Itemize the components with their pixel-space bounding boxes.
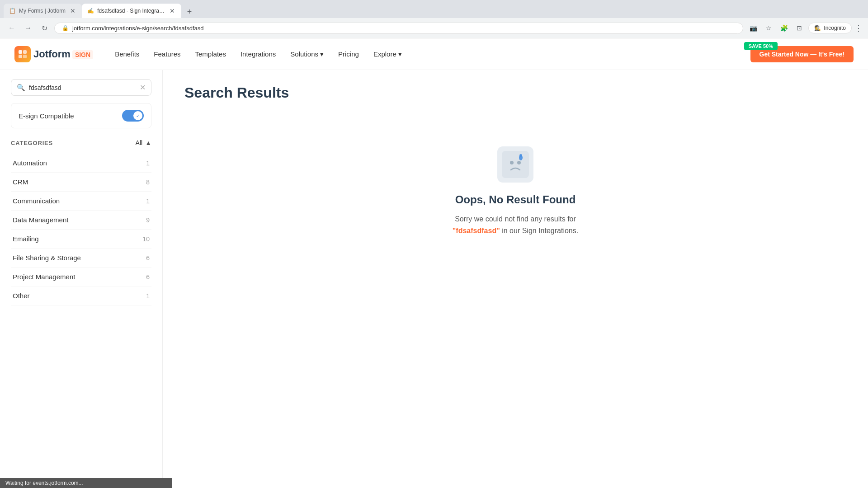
- refresh-button[interactable]: ↻: [38, 22, 51, 34]
- nav-features[interactable]: Features: [154, 50, 180, 58]
- no-results-query: "fdsafsdfasd": [453, 227, 500, 235]
- status-text: Waiting for events.jotform.com...: [5, 480, 83, 486]
- nav-pricing[interactable]: Pricing: [338, 50, 359, 58]
- category-automation[interactable]: Automation 1: [11, 154, 151, 173]
- extensions-icon[interactable]: 🧩: [778, 22, 790, 34]
- svg-rect-3: [23, 55, 27, 58]
- incognito-icon: 🕵️: [814, 25, 821, 31]
- toggle-thumb: ✓: [133, 111, 142, 120]
- main-layout: 🔍 ✕ E-sign Compatible ✓ CATEGORIES All ▲: [0, 70, 868, 488]
- logo-icon: [14, 46, 31, 62]
- no-results-container: Oops, No Result Found Sorry we could not…: [184, 119, 846, 263]
- save-badge: SAVE 50%: [744, 42, 778, 50]
- tab2-favicon: ✍️: [87, 8, 94, 14]
- category-communication[interactable]: Communication 1: [11, 192, 151, 211]
- no-results-icon: [497, 146, 533, 183]
- svg-point-8: [519, 154, 522, 157]
- svg-rect-4: [502, 151, 529, 178]
- no-results-title: Oops, No Result Found: [455, 193, 576, 206]
- tab1-close[interactable]: ✕: [69, 6, 76, 15]
- svg-rect-2: [19, 55, 22, 58]
- category-list: Automation 1 CRM 8 Communication 1 Data …: [11, 154, 151, 305]
- browser-tabs: 📋 My Forms | Jotform ✕ ✍️ fdsafsdfasd - …: [0, 0, 868, 18]
- tab2-title: fdsafsdfasd - Sign Integrations |: [97, 8, 165, 14]
- address-bar[interactable]: 🔒 jotform.com/integrations/e-sign/search…: [54, 23, 743, 34]
- esign-label: E-sign Compatible: [19, 112, 74, 120]
- categories-chevron-icon: ▲: [145, 139, 151, 146]
- category-file-sharing[interactable]: File Sharing & Storage 6: [11, 249, 151, 267]
- categories-all-filter[interactable]: All: [136, 139, 143, 146]
- browser-menu-button[interactable]: ⋮: [854, 23, 863, 33]
- search-box: 🔍 ✕: [11, 79, 151, 96]
- lock-icon: 🔒: [62, 25, 69, 31]
- bookmark-icon[interactable]: ☆: [762, 22, 775, 34]
- browser-chrome: 📋 My Forms | Jotform ✕ ✍️ fdsafsdfasd - …: [0, 0, 868, 38]
- esign-toggle[interactable]: ✓: [122, 110, 144, 122]
- incognito-button[interactable]: 🕵️ Incognito: [808, 23, 852, 33]
- search-input[interactable]: [29, 84, 136, 91]
- svg-rect-1: [23, 50, 27, 54]
- esign-toggle-box: E-sign Compatible ✓: [11, 103, 151, 128]
- category-data-management[interactable]: Data Management 9: [11, 211, 151, 230]
- tab1-title: My Forms | Jotform: [19, 8, 66, 14]
- nav-templates[interactable]: Templates: [195, 50, 226, 58]
- page-title: Search Results: [184, 84, 846, 101]
- search-clear-icon[interactable]: ✕: [140, 83, 146, 92]
- nav-benefits[interactable]: Benefits: [115, 50, 139, 58]
- toggle-check-icon: ✓: [136, 113, 140, 118]
- nav-integrations[interactable]: Integrations: [241, 50, 276, 58]
- url-text: jotform.com/integrations/e-sign/search/f…: [72, 25, 203, 32]
- status-bar: Waiting for events.jotform.com...: [0, 478, 172, 488]
- logo[interactable]: JotformSIGN: [14, 46, 93, 62]
- category-project-management[interactable]: Project Management 6: [11, 267, 151, 286]
- svg-rect-0: [19, 50, 22, 54]
- back-button[interactable]: ←: [5, 22, 18, 34]
- categories-title: CATEGORIES: [11, 140, 53, 146]
- no-results-text: Sorry we could not find any results for …: [453, 213, 578, 236]
- category-emailing[interactable]: Emailing 10: [11, 230, 151, 249]
- toolbar-actions: 📷 ☆ 🧩 ⊡ 🕵️ Incognito ⋮: [747, 22, 863, 34]
- forward-button[interactable]: →: [22, 22, 34, 34]
- page-wrapper: JotformSIGN Benefits Features Templates …: [0, 38, 868, 488]
- browser-tab-1[interactable]: 📋 My Forms | Jotform ✕: [4, 4, 82, 18]
- nav-solutions[interactable]: Solutions ▾: [290, 50, 324, 58]
- category-crm[interactable]: CRM 8: [11, 173, 151, 192]
- svg-point-6: [517, 161, 521, 164]
- categories-header: CATEGORIES All ▲: [11, 139, 151, 146]
- tab2-close[interactable]: ✕: [169, 6, 176, 15]
- explore-chevron: ▾: [398, 50, 402, 58]
- search-icon: 🔍: [17, 84, 25, 92]
- nav-links: Benefits Features Templates Integrations…: [115, 50, 750, 58]
- logo-text: JotformSIGN: [33, 48, 93, 60]
- tab1-favicon: 📋: [9, 8, 15, 14]
- svg-point-5: [510, 161, 514, 164]
- solutions-chevron: ▾: [320, 50, 324, 58]
- nav-explore[interactable]: Explore ▾: [373, 50, 402, 58]
- incognito-label: Incognito: [824, 25, 846, 31]
- camera-icon[interactable]: 📷: [747, 22, 760, 34]
- profile-window-icon[interactable]: ⊡: [793, 22, 806, 34]
- browser-toolbar: ← → ↻ 🔒 jotform.com/integrations/e-sign/…: [0, 18, 868, 38]
- sidebar: 🔍 ✕ E-sign Compatible ✓ CATEGORIES All ▲: [0, 70, 163, 488]
- category-other[interactable]: Other 1: [11, 286, 151, 305]
- browser-tab-2[interactable]: ✍️ fdsafsdfasd - Sign Integrations | ✕: [82, 4, 181, 18]
- new-tab-button[interactable]: +: [183, 5, 196, 18]
- sad-face-svg: [502, 151, 529, 178]
- main-content: Search Results O: [163, 70, 868, 488]
- navbar: JotformSIGN Benefits Features Templates …: [0, 38, 868, 70]
